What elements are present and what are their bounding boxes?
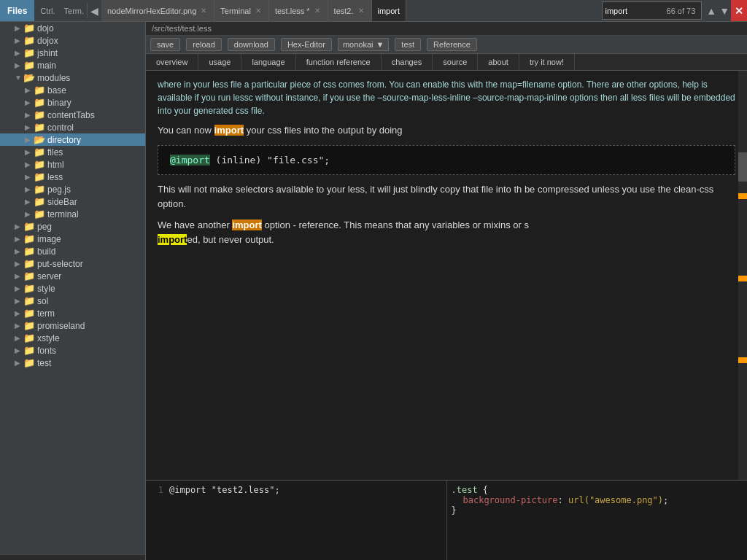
folder-icon-jshint: 📁 [23, 47, 35, 58]
sidebar-scrollbar[interactable] [0, 554, 145, 560]
search-nav: ▲ ▼ [705, 0, 731, 21]
expander-html: ▶ [25, 160, 34, 168]
sidebar-item-sol[interactable]: ▶ 📁 sol [0, 295, 145, 307]
search-prev-button[interactable]: ▲ [705, 5, 718, 17]
scrollbar-thumb[interactable] [738, 152, 747, 182]
nav-tab-language[interactable]: language [241, 54, 295, 70]
tab-close-testless[interactable]: ✕ [313, 6, 322, 15]
doc-scrollbar[interactable] [738, 71, 747, 480]
sidebar-item-dojo[interactable]: ▶ 📁 dojo [0, 22, 145, 34]
tree-scroll[interactable]: ▶ 📁 dojo ▶ 📁 dojox ▶ 📁 jshint ▶ 📁 main ▼ [0, 22, 145, 554]
code-pane-right[interactable]: .test { background-picture: url("awesome… [447, 481, 748, 560]
folder-icon-xstyle: 📁 [23, 332, 35, 343]
sidebar-item-xstyle[interactable]: ▶ 📁 xstyle [0, 332, 145, 344]
folder-icon-directory: 📂 [34, 134, 45, 145]
nav-tab-try-it-now[interactable]: try it now! [519, 54, 575, 70]
ctrl-label: Ctrl. [34, 0, 61, 21]
folder-icon-server: 📁 [23, 271, 35, 281]
folder-icon-style: 📁 [23, 283, 35, 294]
toolbar: save reload download Hex-Editor monokai … [146, 36, 747, 54]
folder-icon-main: 📁 [23, 60, 35, 71]
expander-peg: ▶ [15, 222, 23, 230]
expander-base: ▶ [25, 86, 34, 94]
doc-area[interactable]: where in your less file a particular pie… [146, 71, 747, 480]
nav-tab-about[interactable]: about [478, 54, 519, 70]
expander-term: ▶ [15, 309, 23, 317]
sidebar-item-build[interactable]: ▶ 📁 build [0, 245, 145, 257]
files-button[interactable]: Files [0, 0, 34, 21]
tab-close-terminal[interactable]: ✕ [254, 6, 263, 15]
scrollbar-marker-3 [738, 357, 747, 363]
sidebar-item-base[interactable]: ▶ 📁 base [0, 84, 145, 96]
folder-icon-sideBar: 📁 [34, 196, 45, 207]
sidebar-item-contentTabs[interactable]: ▶ 📁 contentTabs [0, 109, 145, 121]
tab-nodeMirrorHexEditor[interactable]: nodeMirrorHexEditor.png ✕ [101, 0, 214, 21]
sidebar-item-jshint[interactable]: ▶ 📁 jshint [0, 47, 145, 59]
sidebar-item-server[interactable]: ▶ 📁 server [0, 270, 145, 282]
hex-editor-button[interactable]: Hex-Editor [281, 38, 332, 51]
sidebar-item-control[interactable]: ▶ 📁 control [0, 121, 145, 133]
sidebar-item-less[interactable]: ▶ 📁 less [0, 171, 145, 183]
expander-image: ▶ [15, 235, 23, 243]
tab-terminal[interactable]: Terminal ✕ [214, 0, 269, 21]
reload-button[interactable]: reload [186, 38, 222, 51]
close-button[interactable]: ✕ [731, 0, 747, 21]
expander-contentTabs: ▶ [25, 111, 34, 119]
folder-icon-binary: 📁 [34, 97, 45, 108]
main-layout: ▶ 📁 dojo ▶ 📁 dojox ▶ 📁 jshint ▶ 📁 main ▼ [0, 22, 747, 560]
reference-button[interactable]: Reference [427, 38, 477, 51]
sidebar-item-html[interactable]: ▶ 📁 html [0, 158, 145, 171]
sidebar-item-binary[interactable]: ▶ 📁 binary [0, 96, 145, 109]
sidebar-item-modules[interactable]: ▼ 📂 modules [0, 71, 145, 84]
sidebar-item-image[interactable]: ▶ 📁 image [0, 233, 145, 245]
test-button[interactable]: test [395, 38, 421, 51]
nav-tab-function-reference[interactable]: function reference [296, 54, 382, 70]
scrollbar-marker-2 [738, 276, 747, 281]
nav-tab-overview[interactable]: overview [146, 54, 198, 70]
nav-tabs: overview usage language function referen… [146, 54, 747, 71]
save-button[interactable]: save [150, 38, 180, 51]
folder-icon-test: 📁 [23, 357, 35, 368]
search-input[interactable] [605, 7, 664, 15]
sidebar-item-main[interactable]: ▶ 📁 main [0, 59, 145, 71]
code-pane-left[interactable]: 1@import "test2.less"; [146, 481, 447, 560]
tab-close-test2[interactable]: ✕ [357, 6, 365, 15]
sidebar-item-put-selector[interactable]: ▶ 📁 put-selector [0, 257, 145, 270]
sidebar-item-files[interactable]: ▶ 📁 files [0, 146, 145, 158]
scrollbar-marker-1 [738, 193, 747, 199]
sidebar-item-term[interactable]: ▶ 📁 term [0, 307, 145, 319]
sidebar-item-dojox[interactable]: ▶ 📁 dojox [0, 34, 145, 47]
search-box[interactable]: 66 of 73 [602, 1, 703, 20]
sidebar-item-peg[interactable]: ▶ 📁 peg [0, 220, 145, 233]
sidebar-item-pegjs[interactable]: ▶ 📁 peg.js [0, 183, 145, 195]
tab-testless[interactable]: test.less * ✕ [269, 0, 328, 21]
theme-select[interactable]: monokai ▼ [338, 38, 389, 51]
nav-tab-usage[interactable]: usage [198, 54, 241, 70]
sidebar-item-style[interactable]: ▶ 📁 style [0, 282, 145, 295]
search-next-button[interactable]: ▼ [718, 5, 731, 17]
nav-tab-changes[interactable]: changes [382, 54, 433, 70]
doc-para2: You can now import your css files into t… [158, 123, 735, 138]
tab-close-nodeMirror[interactable]: ✕ [199, 6, 208, 15]
tab-import[interactable]: import [372, 0, 407, 21]
folder-icon-modules: 📂 [23, 72, 35, 83]
sidebar-item-sideBar[interactable]: ▶ 📁 sideBar [0, 195, 145, 208]
tab-prev-button[interactable]: ◀ [88, 0, 101, 21]
expander-put-selector: ▶ [15, 260, 23, 268]
line-num-1: 1 [150, 485, 163, 495]
tab-test2[interactable]: test2. ✕ [328, 0, 372, 21]
nav-tab-source[interactable]: source [433, 54, 478, 70]
expander-binary: ▶ [25, 98, 34, 106]
term-label: Term. [61, 0, 88, 21]
folder-icon-files: 📁 [34, 147, 45, 158]
sidebar-item-directory[interactable]: ▶ 📂 directory [0, 133, 145, 146]
download-button[interactable]: download [228, 38, 275, 51]
folder-icon-control: 📁 [34, 122, 45, 133]
expander-promiseland: ▶ [15, 322, 23, 330]
sidebar-item-test[interactable]: ▶ 📁 test [0, 357, 145, 369]
folder-icon-term: 📁 [23, 308, 35, 319]
sidebar-item-promiseland[interactable]: ▶ 📁 promiseland [0, 319, 145, 332]
sidebar-item-fonts[interactable]: ▶ 📁 fonts [0, 344, 145, 357]
sidebar-item-terminal[interactable]: ▶ 📁 terminal [0, 208, 145, 220]
expander-dojox: ▶ [15, 36, 23, 44]
